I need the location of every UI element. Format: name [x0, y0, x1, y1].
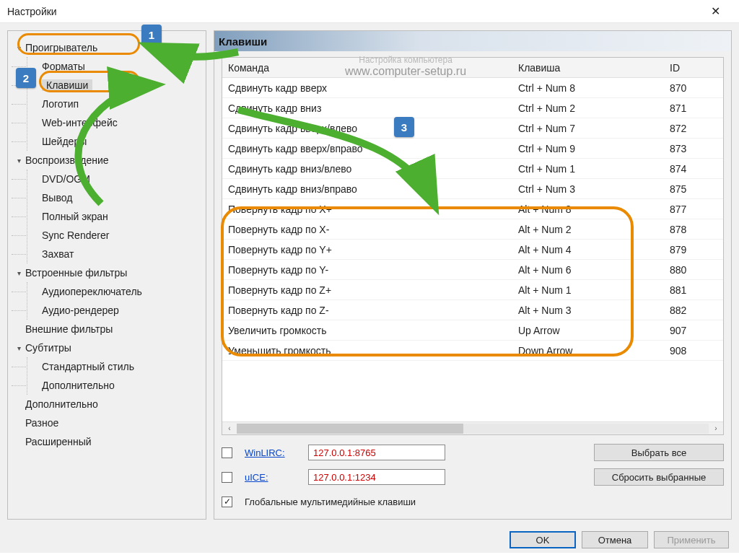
tree-item-label: Полный экран [42, 211, 108, 222]
tree-item[interactable]: Стандартный стиль [27, 357, 201, 376]
table-row[interactable]: Повернуть кадр по X+Alt + Num 8877 [222, 199, 723, 219]
bottom-controls: WinLIRC: 127.0.0.1:8765 Выбрать все uICE… [222, 442, 724, 512]
twisty-icon: ▾ [14, 344, 24, 352]
tree-item[interactable]: Вывод [27, 188, 201, 207]
table-row[interactable]: Увеличить громкостьUp Arrow907 [222, 320, 723, 341]
column-key[interactable]: Клавиша [512, 62, 664, 74]
cell-command: Уменьшить громкость [222, 345, 512, 356]
scroll-track[interactable] [237, 424, 709, 434]
tree-item-label: Субтитры [25, 342, 71, 354]
table-row[interactable]: Повернуть кадр по Y-Alt + Num 6880 [222, 260, 723, 280]
global-keys-checkbox[interactable] [222, 496, 232, 507]
cell-key: Alt + Num 8 [512, 204, 664, 215]
cell-key: Alt + Num 6 [512, 264, 664, 276]
ok-button[interactable]: OK [510, 531, 576, 548]
table-row[interactable]: Сдвинуть кадр внизCtrl + Num 2871 [222, 98, 723, 118]
table-row[interactable]: Уменьшить громкостьDown Arrow908 [222, 341, 723, 361]
cell-command: Увеличить громкость [222, 325, 512, 336]
tree-item[interactable]: Разное [11, 414, 201, 432]
cell-id: 880 [664, 264, 710, 276]
winlirc-address-input[interactable]: 127.0.0.1:8765 [308, 445, 445, 460]
tree-item[interactable]: ▾Субтитры [11, 338, 201, 357]
uice-address-input[interactable]: 127.0.0.1:1234 [308, 469, 445, 485]
tree-item[interactable]: Sync Renderer [27, 226, 201, 245]
tree-item-label: Web-интерфейс [42, 117, 118, 128]
tree-item-label: Захват [42, 248, 74, 260]
tree-item[interactable]: DVD/OGM [27, 170, 201, 188]
tree-item[interactable]: Дополнительно [11, 395, 201, 414]
tree-item-label: Аудио-рендерер [42, 305, 119, 316]
table-body[interactable]: Сдвинуть кадр вверхCtrl + Num 8870Сдвину… [222, 78, 723, 421]
cancel-button[interactable]: Отмена [582, 531, 648, 548]
reset-selected-button[interactable]: Сбросить выбранные [594, 468, 724, 486]
tree-item[interactable]: Полный экран [27, 207, 201, 226]
table-row[interactable]: Сдвинуть кадр вниз/вправоCtrl + Num 3875 [222, 179, 723, 199]
table-row[interactable]: Сдвинуть кадр вверх/влевоCtrl + Num 7872 [222, 118, 723, 139]
window-title: Настройки [7, 6, 57, 17]
cell-id: 881 [664, 284, 710, 296]
tree-item[interactable]: ▾Проигрыватель [11, 38, 201, 57]
winlirc-label[interactable]: WinLIRC: [245, 447, 302, 458]
table-row[interactable]: Повернуть кадр по Z-Alt + Num 3882 [222, 300, 723, 320]
tree-item[interactable]: Аудио-рендерер [27, 301, 201, 320]
column-command[interactable]: Команда [222, 62, 512, 74]
cell-key: Alt + Num 3 [512, 305, 664, 316]
scroll-thumb[interactable] [237, 424, 463, 434]
tree-item[interactable]: Логотип [27, 95, 201, 113]
tree-item-label: Стандартный стиль [42, 361, 134, 372]
tree-item[interactable]: ▾Встроенные фильтры [11, 263, 201, 282]
settings-tree-panel: ▾ПроигрывательФорматыКлавишиЛоготипWeb-и… [7, 30, 206, 520]
global-keys-label: Глобальные мультимедийные клавиши [245, 496, 588, 507]
tree-item[interactable]: Web-интерфейс [27, 113, 201, 132]
table-row[interactable]: Сдвинуть кадр вверхCtrl + Num 8870 [222, 78, 723, 98]
tree-item-label: Воспроизведение [25, 154, 109, 166]
cell-id: 875 [664, 183, 710, 195]
tree-item-label: Проигрыватель [25, 42, 97, 53]
tree-item[interactable]: ▾Воспроизведение [11, 151, 201, 170]
uice-checkbox[interactable] [222, 472, 232, 483]
tree-item[interactable]: Дополнительно [27, 376, 201, 395]
table-row[interactable]: Повернуть кадр по Y+Alt + Num 4879 [222, 240, 723, 260]
table-row[interactable]: Повернуть кадр по Z+Alt + Num 1881 [222, 280, 723, 300]
cell-command: Сдвинуть кадр вверх/вправо [222, 143, 512, 154]
apply-button[interactable]: Применить [654, 531, 729, 548]
cell-key: Ctrl + Num 2 [512, 102, 664, 114]
window-close-button[interactable]: ✕ [699, 0, 732, 23]
tree-item[interactable]: Форматы [27, 57, 201, 76]
dialog-footer: OK Отмена Применить [0, 527, 739, 553]
tree-item-label: Вывод [42, 192, 72, 204]
cell-key: Ctrl + Num 7 [512, 123, 664, 134]
select-all-button[interactable]: Выбрать все [594, 444, 724, 461]
cell-id: 877 [664, 204, 710, 215]
cell-key: Alt + Num 4 [512, 244, 664, 255]
cell-command: Повернуть кадр по X+ [222, 204, 512, 215]
twisty-icon: ▾ [14, 269, 24, 277]
section-title: Клавиши [219, 35, 267, 48]
cell-id: 908 [664, 345, 710, 356]
scroll-right-icon[interactable]: › [710, 424, 722, 434]
tree-item[interactable]: Захват [27, 245, 201, 263]
cell-key: Ctrl + Num 3 [512, 183, 664, 195]
cell-command: Повернуть кадр по Z- [222, 305, 512, 316]
table-row[interactable]: Сдвинуть кадр вниз/влевоCtrl + Num 1874 [222, 159, 723, 179]
cell-command: Сдвинуть кадр вверх/влево [222, 123, 512, 134]
tree-item[interactable]: Аудиопереключатель [27, 282, 201, 301]
winlirc-checkbox[interactable] [222, 447, 232, 458]
table-row[interactable]: Повернуть кадр по X-Alt + Num 2878 [222, 219, 723, 240]
horizontal-scrollbar[interactable]: ‹ › [222, 421, 723, 434]
tree-item[interactable]: Внешние фильтры [11, 320, 201, 338]
tree-item-label: Внешние фильтры [25, 323, 113, 335]
uice-label[interactable]: uICE: [245, 472, 302, 483]
cell-command: Повернуть кадр по X- [222, 224, 512, 235]
cell-command: Сдвинуть кадр вниз/влево [222, 163, 512, 175]
tree-item[interactable]: Клавиши [27, 76, 201, 95]
tree-item-label: Sync Renderer [42, 229, 109, 241]
table-row[interactable]: Сдвинуть кадр вверх/вправоCtrl + Num 987… [222, 139, 723, 159]
cell-command: Сдвинуть кадр вверх [222, 82, 512, 94]
tree-item[interactable]: Расширенный [11, 432, 201, 451]
tree-item[interactable]: Шейдеры [27, 132, 201, 151]
column-id[interactable]: ID [664, 62, 710, 74]
cell-key: Alt + Num 1 [512, 284, 664, 296]
scroll-left-icon[interactable]: ‹ [224, 424, 235, 434]
tree-item-label: Дополнительно [42, 380, 115, 391]
